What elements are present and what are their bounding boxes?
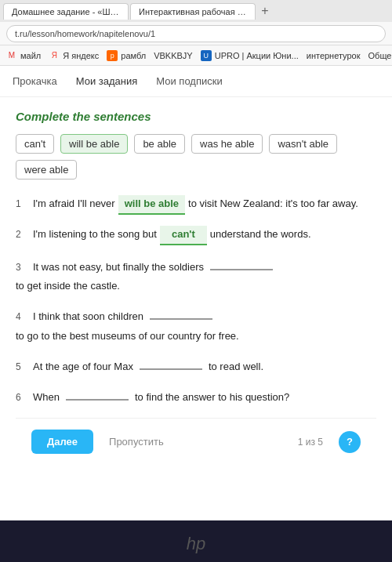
sentence-5-part1: At the age of four Max — [33, 359, 133, 375]
nav-moi-zadaniya[interactable]: Мои задания — [76, 72, 138, 90]
sentence-2-part3: understand the words. — [210, 227, 311, 243]
tab-bar: Домашнее задание - «Школьн» Интерактивна… — [0, 0, 392, 22]
sentence-4-blank[interactable] — [150, 306, 212, 320]
url-bar — [0, 22, 392, 45]
sentence-4-num: 4 — [16, 310, 27, 325]
sentence-1-part3: to visit New Zealand: it's too far away. — [188, 196, 358, 212]
sentence-3-blank[interactable] — [210, 256, 273, 270]
sentence-6-part1: When — [33, 390, 60, 406]
word-bank: can't will be able be able was he able w… — [16, 134, 376, 179]
sentence-3-part1: It was not easy, but finally the soldier… — [33, 259, 204, 276]
section-title: Complete the sentences — [16, 110, 376, 123]
bookmark-rambl[interactable]: р рамбл — [107, 50, 146, 61]
new-tab-button[interactable]: + — [257, 3, 273, 19]
sentence-6-num: 6 — [16, 390, 27, 405]
bookmark-bar: М майл Я Я яндекс р рамбл VBKKBJY U UPRO… — [0, 45, 392, 66]
sentence-1-part1: I'm afraid I'll never — [33, 196, 115, 212]
bookmark-obsh-label: Общение - «Школ... — [368, 51, 392, 60]
bookmark-internet-label: интернетурок — [307, 51, 361, 60]
yandex-icon: Я — [49, 50, 60, 61]
chip-cant[interactable]: can't — [16, 134, 54, 154]
sentence-5: 5 At the age of four Max to read well. — [16, 356, 376, 375]
sentence-4: 4 I think that soon children to go to th… — [16, 306, 376, 345]
sentence-5-part3: to read well. — [209, 359, 263, 375]
sentence-2: 2 I'm listening to the song but can't un… — [16, 226, 376, 245]
bookmark-rambl-label: рамбл — [121, 51, 146, 60]
chip-was-he-able[interactable]: was he able — [191, 134, 263, 154]
rambl-icon: р — [107, 50, 118, 61]
bookmark-vbk-label: VBKKBJY — [154, 51, 193, 60]
sentence-2-answer[interactable]: can't — [160, 226, 207, 245]
upro-icon: U — [201, 50, 212, 61]
sentences: 1 I'm afraid I'll never will be able to … — [16, 195, 376, 405]
nav-prokachka[interactable]: Прокачка — [13, 72, 57, 90]
next-button[interactable]: Далее — [31, 430, 93, 454]
tab-active-label: Домашнее задание - «Школьн» — [12, 7, 129, 16]
bookmark-obsh[interactable]: Общение - «Школ... — [368, 51, 392, 60]
page-content: Прокачка Мои задания Мои подписки Comple… — [0, 66, 392, 520]
sentence-1-num: 1 — [16, 197, 27, 212]
nav-moi-podpiski[interactable]: Мои подписки — [156, 72, 222, 90]
sentence-2-part1: I'm listening to the song but — [33, 227, 157, 243]
page-counter: 1 из 5 — [298, 437, 323, 448]
help-button[interactable]: ? — [339, 431, 361, 453]
skip-button[interactable]: Пропустить — [109, 436, 164, 448]
browser-chrome: Домашнее задание - «Школьн» Интерактивна… — [0, 0, 392, 66]
sentence-1: 1 I'm afraid I'll never will be able to … — [16, 195, 376, 215]
chip-be-able[interactable]: be able — [134, 134, 185, 154]
dark-bottom-bar: hp — [0, 520, 392, 562]
bookmark-vbk[interactable]: VBKKBJY — [154, 51, 193, 60]
chip-wasnt-able[interactable]: wasn't able — [269, 134, 337, 154]
sentence-2-num: 2 — [16, 227, 27, 242]
sentence-3-num: 3 — [16, 260, 27, 275]
hp-logo: hp — [187, 534, 205, 554]
bookmark-mail[interactable]: М майл — [6, 50, 41, 61]
sentence-5-blank[interactable] — [140, 356, 202, 370]
sentence-6-blank[interactable] — [66, 386, 129, 401]
chip-will-be-able[interactable]: will be able — [60, 134, 128, 154]
bottom-bar: Далее Пропустить 1 из 5 ? — [16, 418, 376, 465]
bookmark-yandex[interactable]: Я Я яндекс — [49, 50, 99, 61]
sentence-3-part3: to get inside the castle. — [16, 278, 120, 295]
site-nav: Прокачка Мои задания Мои подписки — [0, 66, 392, 97]
bookmark-upro[interactable]: U UPRO | Акции Юни... — [201, 50, 299, 61]
main-content: Complete the sentences can't will be abl… — [0, 97, 392, 477]
tab-active[interactable]: Домашнее задание - «Школьн» — [3, 3, 129, 20]
tab-inactive[interactable]: Интерактивная рабочая тетрад» — [130, 3, 256, 20]
sentence-6: 6 When to find the answer to his questio… — [16, 386, 376, 406]
sentence-3: 3 It was not easy, but finally the soldi… — [16, 256, 376, 296]
bookmark-upro-label: UPRO | Акции Юни... — [215, 51, 299, 60]
sentence-5-num: 5 — [16, 360, 27, 375]
sentence-4-part1: I think that soon children — [33, 309, 143, 325]
mail-icon: М — [6, 50, 17, 61]
bookmark-mail-label: майл — [20, 51, 41, 60]
sentence-4-part3: to go to the best museums of our country… — [16, 328, 239, 345]
bookmark-yandex-label: Я яндекс — [63, 51, 99, 60]
bookmark-internet[interactable]: интернетурок — [307, 51, 361, 60]
sentence-1-answer[interactable]: will be able — [118, 195, 185, 215]
sentence-6-part3: to find the answer to his question? — [135, 390, 289, 406]
tab-inactive-label: Интерактивная рабочая тетрад» — [139, 7, 256, 16]
url-input[interactable] — [6, 25, 386, 42]
chip-were-able[interactable]: were able — [16, 160, 77, 179]
